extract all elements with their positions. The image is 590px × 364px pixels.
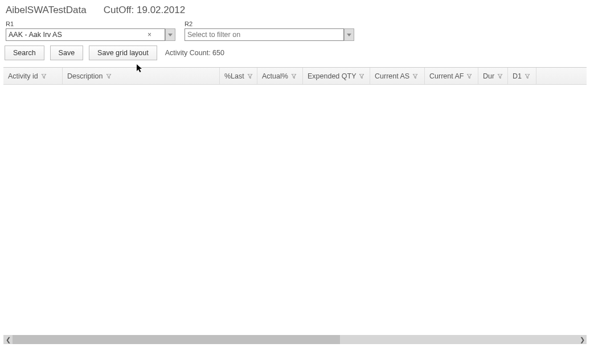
chevron-down-icon <box>347 34 351 36</box>
save-grid-layout-button[interactable]: Save grid layout <box>89 46 157 60</box>
column-header-label: Current AF <box>429 72 464 80</box>
filter-icon[interactable] <box>413 74 417 78</box>
filter-icon[interactable] <box>498 74 502 78</box>
clear-icon[interactable]: × <box>148 31 151 39</box>
filter-r1: R1 × <box>6 20 175 41</box>
column-header-label: Description <box>67 72 103 80</box>
scroll-right-icon[interactable]: ❯ <box>577 335 587 344</box>
filter-icon[interactable] <box>467 74 472 78</box>
column-header[interactable]: Expended QTY <box>303 68 370 84</box>
scrollbar-thumb[interactable] <box>13 335 340 344</box>
column-header[interactable]: Dur <box>478 68 508 84</box>
scroll-left-icon[interactable]: ❮ <box>3 335 13 344</box>
column-header[interactable]: Current AS <box>370 68 425 84</box>
filter-icon[interactable] <box>42 74 46 78</box>
filter-r2-dropdown[interactable] <box>344 28 354 41</box>
filter-icon[interactable] <box>525 74 530 78</box>
column-header[interactable]: Description <box>63 68 220 84</box>
column-header-label: Expended QTY <box>308 72 356 80</box>
filter-r2-input[interactable] <box>185 28 344 41</box>
column-header[interactable]: Actual% <box>257 68 303 84</box>
column-header[interactable]: %Last <box>220 68 257 84</box>
column-header[interactable]: Activity id <box>3 68 63 84</box>
filter-r2: R2 <box>185 20 354 41</box>
filter-icon[interactable] <box>248 74 252 78</box>
column-header-filler <box>536 68 587 84</box>
app-title: AibelSWATestData <box>6 5 87 16</box>
filter-r1-label: R1 <box>6 20 175 27</box>
column-header-label: Actual% <box>262 72 288 80</box>
grid-body <box>3 85 587 335</box>
filter-icon[interactable] <box>106 74 111 78</box>
horizontal-scrollbar[interactable]: ❮ ❯ <box>3 335 587 344</box>
activity-count: Activity Count: 650 <box>165 49 224 57</box>
filter-r1-dropdown[interactable] <box>165 28 175 41</box>
cutoff-label: CutOff: 19.02.2012 <box>104 5 185 16</box>
filter-r2-label: R2 <box>185 20 354 27</box>
column-header-label: D1 <box>513 72 522 80</box>
save-button[interactable]: Save <box>50 46 84 60</box>
filter-icon[interactable] <box>292 74 296 78</box>
grid-header-row: Activity idDescription%LastActual%Expend… <box>3 68 587 85</box>
filter-r1-input[interactable] <box>6 28 165 41</box>
column-header-label: Dur <box>483 72 494 80</box>
filter-icon[interactable] <box>359 74 364 78</box>
column-header-label: Current AS <box>375 72 409 80</box>
chevron-down-icon <box>168 34 173 36</box>
scrollbar-track[interactable] <box>13 335 577 344</box>
data-grid: Activity idDescription%LastActual%Expend… <box>3 67 587 344</box>
search-button[interactable]: Search <box>5 46 44 60</box>
column-header[interactable]: D1 <box>508 68 536 84</box>
column-header-label: Activity id <box>8 72 38 80</box>
column-header-label: %Last <box>224 72 244 80</box>
column-header[interactable]: Current AF <box>425 68 478 84</box>
